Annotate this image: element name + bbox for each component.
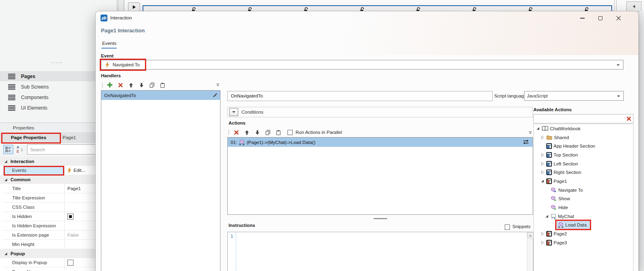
expander-collapsed-icon[interactable] [540, 136, 545, 140]
add-button[interactable] [105, 80, 115, 89]
dialog-titlebar[interactable]: pb Interaction [96, 11, 638, 25]
tree-item-hide[interactable]: Hide [534, 203, 633, 212]
handlers-toolbar [101, 80, 220, 90]
scroll-left-button[interactable] [626, 1, 642, 12]
swap-icon[interactable] [523, 140, 529, 144]
splitter-handle[interactable] [373, 218, 387, 219]
tree-item-chatworkbook[interactable]: ChatWorkbook [534, 124, 633, 133]
expander-expanded-icon[interactable] [540, 179, 545, 183]
interaction-dialog: pb Interaction Page1 Interaction Events … [95, 11, 639, 271]
tree-item-page2[interactable]: Page2 [534, 229, 633, 238]
section-label: Popup [10, 251, 25, 256]
property-checkbox[interactable] [67, 214, 73, 220]
toolbar-grip-icon[interactable] [102, 82, 103, 88]
tree-item-show[interactable]: Show [534, 195, 633, 203]
tree-item-left-section[interactable]: Left Section [534, 159, 633, 168]
page-icon [546, 231, 552, 237]
move-down-button[interactable] [136, 80, 147, 89]
edit-pencil-icon[interactable] [212, 93, 218, 98]
toolbar-overflow-button[interactable] [216, 82, 220, 88]
maximize-button[interactable] [593, 13, 608, 23]
workbook-icon [542, 126, 548, 131]
copy-button[interactable] [147, 80, 157, 89]
tree-item-label: MyChat [558, 214, 574, 219]
snippets-checkbox[interactable] [505, 224, 510, 230]
handler-row[interactable]: OnNavigatedTo [101, 91, 220, 100]
copy-button[interactable] [262, 128, 273, 137]
run-button[interactable] [128, 2, 140, 12]
expander-expanded-icon[interactable] [545, 214, 549, 218]
tree-item-label: App Header Section [554, 144, 595, 148]
tree-item-load-data[interactable]: Load Data [534, 221, 633, 230]
move-up-button[interactable] [241, 128, 252, 137]
expander-collapsed-icon[interactable] [540, 232, 545, 236]
tree-item-mychat[interactable]: MyChat [534, 212, 633, 221]
toolbar-overflow-button[interactable] [529, 130, 532, 136]
instructions-editor[interactable]: 1 [227, 232, 533, 271]
page-icon [546, 240, 552, 246]
tree-item-shared[interactable]: Shared [534, 133, 633, 142]
property-label[interactable]: Events [3, 166, 65, 175]
tree-item-app-header-section[interactable]: App Header Section [534, 142, 633, 150]
right-scrollbar-track[interactable] [639, 11, 644, 271]
toolbar-grip-icon[interactable] [228, 129, 229, 135]
actions-search-input[interactable] [534, 114, 623, 123]
property-label[interactable]: Title Expression [3, 193, 65, 202]
tree-item-label: ChatWorkbook [550, 126, 581, 131]
tree-item-label: Page3 [554, 240, 567, 245]
conditions-expander-button[interactable] [229, 108, 238, 116]
property-label[interactable]: Display in Popup [3, 258, 65, 267]
sort-alphabetical-button[interactable]: AZ↓ [15, 145, 26, 154]
tree-item-page3[interactable]: Page3 [534, 238, 633, 247]
close-icon [616, 16, 621, 21]
section-icon [546, 169, 552, 175]
properties-search-input[interactable] [27, 144, 96, 155]
run-parallel-checkbox[interactable] [287, 130, 293, 135]
property-label[interactable]: CSS Class [3, 203, 65, 212]
move-down-button[interactable] [252, 128, 262, 137]
expander-collapsed-icon[interactable] [540, 241, 545, 245]
scroll-up-button[interactable] [527, 232, 533, 238]
paste-button[interactable] [273, 128, 283, 137]
section-icon [546, 161, 552, 167]
clear-search-button[interactable] [626, 116, 631, 123]
expander-collapsed-icon[interactable] [540, 170, 545, 174]
tab-events[interactable]: Events [102, 41, 116, 46]
run-parallel-label: Run Actions in Parallel [296, 130, 342, 135]
expander-expanded-icon [4, 252, 8, 256]
minimize-button[interactable] [575, 13, 590, 23]
expander-collapsed-icon[interactable] [540, 153, 545, 157]
panel-drag-handle[interactable]: ····· [51, 59, 62, 66]
hide-action-icon [551, 205, 557, 210]
tree-item-top-section[interactable]: Top Section [534, 150, 633, 159]
event-combobox[interactable]: Navigated To [101, 60, 623, 70]
property-label[interactable]: Popup Name [3, 267, 65, 271]
property-label[interactable]: Title [3, 184, 65, 193]
close-button[interactable] [611, 13, 626, 23]
expander-expanded-icon[interactable] [536, 127, 540, 130]
action-row[interactable]: 01:(Page1)->(MyChat)->Load Data() [228, 138, 533, 147]
tree-item-navigate-to[interactable]: Navigate To [534, 186, 633, 195]
editor-scrollbar[interactable] [527, 232, 533, 271]
delete-button[interactable] [231, 128, 241, 137]
property-label[interactable]: Is Hidden [3, 212, 65, 221]
clear-search-x-icon [626, 116, 631, 121]
property-checkbox[interactable] [67, 260, 73, 266]
chevron-down-icon [232, 111, 235, 114]
handlers-list: OnNavigatedTo [101, 90, 220, 271]
property-label[interactable]: Is Extension page [3, 231, 65, 239]
panel-splitter[interactable] [616, 0, 617, 12]
paste-button[interactable] [157, 80, 168, 89]
tree-item-right-section[interactable]: Right Section [534, 168, 633, 177]
property-label[interactable]: Min Height [3, 240, 65, 249]
panel-splitter[interactable] [614, 0, 615, 12]
move-up-button[interactable] [126, 80, 136, 89]
property-value[interactable]: Edit... [73, 168, 85, 173]
categorize-button[interactable] [3, 145, 13, 154]
property-label[interactable]: Is Hidden Expression [3, 221, 65, 230]
tree-item-page1[interactable]: Page1 [534, 177, 633, 186]
script-language-combobox[interactable]: JavaScript [524, 91, 624, 101]
actions-label: Actions [229, 121, 245, 125]
expander-collapsed-icon[interactable] [540, 162, 545, 166]
delete-button[interactable] [115, 80, 126, 89]
